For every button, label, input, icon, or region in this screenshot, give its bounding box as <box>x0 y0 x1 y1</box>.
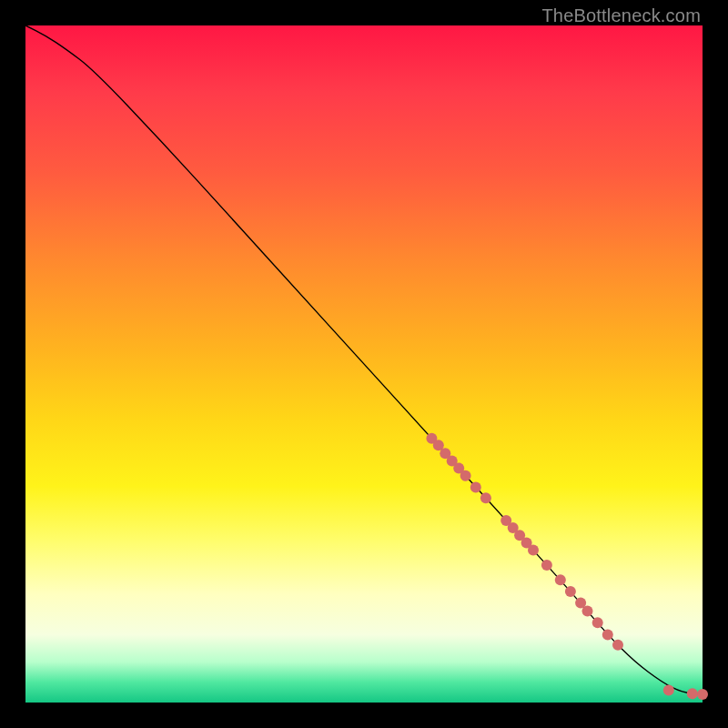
data-point <box>602 630 613 641</box>
chart-overlay <box>25 25 703 703</box>
data-point <box>663 685 674 696</box>
data-point <box>528 545 539 556</box>
main-curve <box>25 25 703 694</box>
data-point <box>541 560 552 571</box>
data-point <box>592 617 603 628</box>
data-point <box>470 481 481 492</box>
data-point <box>697 689 708 700</box>
chart-stage: TheBottleneck.com <box>0 0 728 728</box>
data-point <box>565 586 576 597</box>
data-point <box>582 606 593 617</box>
data-point <box>460 470 471 481</box>
data-point <box>687 688 698 699</box>
data-point <box>612 640 623 651</box>
data-point <box>480 492 491 503</box>
attribution-label: TheBottleneck.com <box>541 5 701 26</box>
data-point <box>555 574 566 585</box>
marker-group <box>426 433 708 700</box>
